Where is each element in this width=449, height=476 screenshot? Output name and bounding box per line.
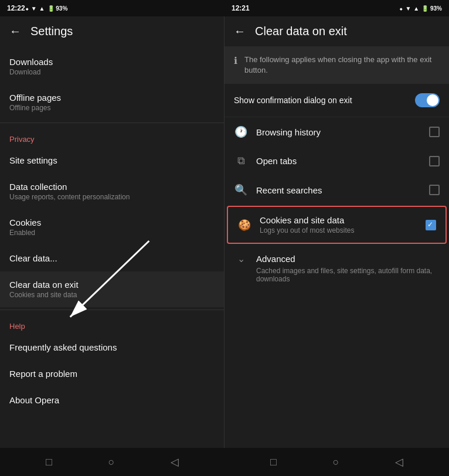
right-nav-home[interactable]: ○ <box>328 451 344 473</box>
left-nav-back[interactable]: ◁ <box>166 451 183 473</box>
settings-back-button[interactable]: ← <box>9 25 21 38</box>
clear-data-header: ← Clear data on exit <box>224 16 449 46</box>
settings-list: Downloads Download Offline pages Offline… <box>0 46 224 448</box>
history-icon: 🕐 <box>234 125 248 138</box>
right-status-icons: ⬥▼▲🔋 93% <box>399 5 442 12</box>
toggle-label: Show confirmation dialog on exit <box>234 96 415 105</box>
left-status-bar: 12:22 ⬥▼▲🔋 93% <box>0 0 224 16</box>
settings-item-report[interactable]: Report a problem <box>0 361 224 387</box>
help-section-label: Help <box>0 312 224 334</box>
cookies-checkbox[interactable] <box>426 220 436 230</box>
settings-item-cookies[interactable]: Cookies Enabled <box>0 209 224 245</box>
settings-title: Settings <box>30 25 73 38</box>
downloads-subtitle: Download <box>9 68 215 76</box>
left-nav-square[interactable]: □ <box>41 451 57 473</box>
recent-searches-label-group: Recent searches <box>256 185 421 195</box>
open-tabs-label-group: Open tabs <box>256 156 421 166</box>
cookies-sublabel: Logs you out of most websites <box>260 226 417 234</box>
cookies-label: Cookies and site data <box>260 215 417 225</box>
faq-title: Frequently asked questions <box>9 342 215 352</box>
advanced-row[interactable]: ⌄ Advanced Cached images and files, site… <box>224 245 449 291</box>
settings-item-faq[interactable]: Frequently asked questions <box>0 334 224 361</box>
settings-header: ← Settings <box>0 16 224 46</box>
cookies-row[interactable]: 🍪 Cookies and site data Logs you out of … <box>228 207 445 243</box>
info-icon: ℹ <box>234 55 237 66</box>
cookies-subtitle: Enabled <box>9 229 215 237</box>
left-status-icons: ⬥▼▲🔋 93% <box>25 5 68 12</box>
chevron-down-icon: ⌄ <box>234 253 248 264</box>
left-time: 12:22 <box>7 4 25 12</box>
browsing-history-row[interactable]: 🕐 Browsing history <box>224 117 449 147</box>
advanced-header: ⌄ Advanced <box>234 253 440 264</box>
right-nav-back[interactable]: ◁ <box>390 451 408 473</box>
offline-title: Offline pages <box>9 93 215 103</box>
right-nav-square[interactable]: □ <box>266 451 281 473</box>
clear-data-title: Clear data on exit <box>255 25 347 38</box>
recent-searches-row[interactable]: 🔍 Recent searches <box>224 175 449 205</box>
report-title: Report a problem <box>9 369 215 379</box>
confirmation-toggle-row[interactable]: Show confirmation dialog on exit <box>224 84 449 117</box>
open-tabs-label: Open tabs <box>256 156 421 166</box>
settings-item-offline[interactable]: Offline pages Offline pages <box>0 84 224 120</box>
cleardata-title: Clear data... <box>9 253 215 263</box>
cookies-highlighted-container: 🍪 Cookies and site data Logs you out of … <box>227 206 447 244</box>
confirmation-toggle[interactable] <box>415 93 440 107</box>
bottom-navigation: □ ○ ◁ □ ○ ◁ <box>0 448 449 476</box>
downloads-title: Downloads <box>9 57 215 67</box>
right-nav-section: □ ○ ◁ <box>224 448 449 476</box>
advanced-sublabel: Cached images and files, site settings, … <box>234 267 440 283</box>
clear-data-panel: ← Clear data on exit ℹ The following app… <box>224 16 449 448</box>
settings-item-site[interactable]: Site settings <box>0 147 224 174</box>
search-icon: 🔍 <box>234 183 248 196</box>
recent-searches-label: Recent searches <box>256 185 421 195</box>
settings-item-datacollection[interactable]: Data collection Usage reports, content p… <box>0 174 224 209</box>
datacollection-title: Data collection <box>9 182 215 192</box>
right-status-bar: 12:21 ⬥▼▲🔋 93% <box>224 0 449 16</box>
settings-item-clearonexit[interactable]: Clear data on exit Cookies and site data <box>0 271 224 307</box>
info-box: ℹ The following applies when closing the… <box>224 46 449 84</box>
right-time: 12:21 <box>232 4 250 12</box>
advanced-label: Advanced <box>256 254 295 264</box>
left-nav-section: □ ○ ◁ <box>0 448 224 476</box>
settings-item-cleardata[interactable]: Clear data... <box>0 245 224 271</box>
cookies-icon: 🍪 <box>237 219 251 232</box>
info-text: The following applies when closing the a… <box>244 55 440 76</box>
clearonexit-title: Clear data on exit <box>9 280 215 290</box>
left-nav-home[interactable]: ○ <box>104 451 120 473</box>
settings-panel: ← Settings Downloads Download Offline pa… <box>0 16 224 448</box>
open-tabs-checkbox[interactable] <box>429 156 440 166</box>
clearonexit-subtitle: Cookies and site data <box>9 291 215 299</box>
tabs-icon: ⧉ <box>234 155 248 167</box>
about-title: About Opera <box>9 395 215 405</box>
divider-1 <box>0 123 224 123</box>
settings-item-downloads[interactable]: Downloads Download <box>0 49 224 84</box>
offline-subtitle: Offline pages <box>9 104 215 112</box>
cookies-title: Cookies <box>9 217 215 227</box>
settings-item-about[interactable]: About Opera <box>0 387 224 413</box>
site-title: Site settings <box>9 155 215 165</box>
browsing-history-checkbox[interactable] <box>429 127 440 137</box>
open-tabs-row[interactable]: ⧉ Open tabs <box>224 147 449 175</box>
divider-2 <box>0 310 224 310</box>
recent-searches-checkbox[interactable] <box>429 185 440 195</box>
datacollection-subtitle: Usage reports, content personalization <box>9 193 215 201</box>
clear-data-back-button[interactable]: ← <box>234 25 246 38</box>
browsing-history-label: Browsing history <box>256 127 421 137</box>
cookies-label-group: Cookies and site data Logs you out of mo… <box>260 215 417 234</box>
privacy-section-label: Privacy <box>0 125 224 147</box>
browsing-history-label-group: Browsing history <box>256 127 421 137</box>
